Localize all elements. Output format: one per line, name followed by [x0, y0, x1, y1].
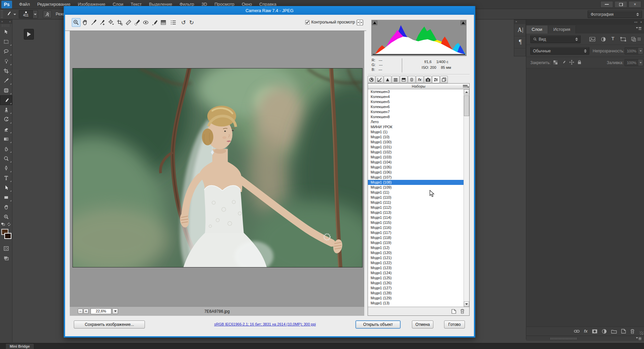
done-button[interactable]: Готово — [444, 320, 465, 329]
preset-item[interactable]: Модя1 (111) — [368, 200, 469, 205]
tab-effects[interactable]: fx — [416, 76, 424, 83]
preset-item[interactable]: Модя1 (108) — [368, 180, 469, 185]
tab-snapshots[interactable] — [440, 76, 448, 83]
targeted-adjustment-tool[interactable] — [107, 18, 115, 27]
layer-style-icon[interactable]: fx — [584, 329, 588, 334]
preset-item[interactable]: Модя1 (101) — [368, 145, 469, 150]
tab-camera-calibration[interactable] — [424, 76, 432, 83]
tab-hsl-grayscale[interactable] — [392, 76, 399, 83]
brush-size-preview[interactable]: 411 — [19, 10, 33, 18]
filter-smart-objects-icon[interactable] — [631, 37, 636, 42]
filter-type-layers-icon[interactable]: T — [611, 36, 614, 41]
adjustment-brush-tool[interactable] — [151, 18, 159, 27]
tool-zoom[interactable] — [0, 212, 12, 222]
tools-panel-grip[interactable] — [2, 24, 10, 27]
preset-item[interactable]: Колекшен3 — [368, 89, 469, 94]
lock-pixels-icon[interactable] — [561, 60, 566, 65]
preset-item[interactable]: Модя1 (116) — [368, 225, 469, 230]
preview-canvas[interactable] — [70, 31, 364, 306]
preset-item[interactable]: Модя1 (12) — [368, 245, 469, 250]
quick-mask-button[interactable] — [0, 244, 12, 253]
graduated-filter-tool[interactable] — [159, 18, 167, 27]
lock-all-icon[interactable] — [577, 60, 582, 65]
preset-item[interactable]: Модя1 (118) — [368, 235, 469, 240]
adjustment-layer-icon[interactable] — [602, 329, 607, 334]
preset-item[interactable]: Модя1 (121) — [368, 255, 469, 260]
preset-item[interactable]: Модя1 (128) — [368, 291, 469, 296]
panel-grip[interactable] — [550, 338, 577, 340]
minimize-button[interactable] — [600, 1, 613, 8]
default-colors-icon[interactable] — [1, 222, 5, 226]
opacity-value[interactable]: 100% — [625, 47, 639, 54]
preset-item[interactable]: Модя1 (11) — [368, 190, 469, 195]
filter-toggle-switch[interactable] — [637, 37, 641, 41]
menu-item[interactable]: Файл — [15, 0, 34, 9]
cancel-button[interactable]: Отмена — [412, 320, 433, 329]
tool-smudge[interactable] — [0, 144, 12, 154]
open-object-button[interactable]: Открыть объект — [356, 320, 400, 329]
tool-dodge[interactable] — [0, 154, 12, 163]
mini-bridge-tab[interactable]: Mini Bridge — [5, 343, 34, 349]
preset-item[interactable]: Лето — [368, 119, 469, 124]
preset-item[interactable]: Колекшен5 — [368, 99, 469, 104]
character-panel-button[interactable]: A — [514, 24, 526, 36]
background-color-swatch[interactable] — [4, 233, 11, 239]
preset-item[interactable]: Модя1 (119) — [368, 240, 469, 245]
tab-layers[interactable]: Слои — [526, 26, 548, 34]
preview-checkbox[interactable] — [305, 20, 310, 24]
panel-menu-icon[interactable] — [636, 27, 641, 31]
rotate-left-tool[interactable]: ↺ — [179, 18, 187, 27]
preset-item[interactable]: Модя1 (122) — [368, 260, 469, 265]
fill-dropdown[interactable] — [638, 59, 643, 66]
preset-item[interactable]: Модя1 (114) — [368, 215, 469, 220]
tab-presets[interactable] — [432, 76, 440, 83]
preset-item[interactable]: Модя1 (109) — [368, 185, 469, 190]
blend-mode-dropdown[interactable]: Обычные — [530, 47, 589, 55]
tool-eyedropper[interactable] — [0, 76, 12, 86]
tab-split-toning[interactable] — [400, 76, 408, 83]
tab-basic[interactable] — [368, 76, 375, 83]
tool-pen[interactable] — [0, 163, 12, 173]
brush-size-dropdown[interactable] — [33, 10, 38, 18]
preset-item[interactable]: Модя1 (117) — [368, 230, 469, 235]
preset-item[interactable]: Колекшен7 — [368, 109, 469, 114]
preset-item[interactable]: Колекшен8 — [368, 114, 469, 119]
paragraph-panel-button[interactable]: ¶ — [514, 36, 526, 48]
preset-item[interactable]: Модя1 (102) — [368, 150, 469, 155]
close-dock-icon[interactable]: × — [640, 20, 642, 24]
preset-item[interactable]: Модя1 (105) — [368, 165, 469, 170]
lock-transparency-icon[interactable] — [553, 60, 558, 65]
collapse-panel-icon[interactable]: » — [1, 20, 3, 23]
close-panel-icon[interactable]: × — [9, 20, 11, 23]
preset-item[interactable]: Модя1 (10) — [368, 135, 469, 140]
tool-path-selection[interactable] — [0, 183, 12, 193]
layer-mask-icon[interactable] — [592, 329, 597, 334]
tool-rectangle-shape[interactable] — [0, 193, 12, 202]
preset-item[interactable]: Модя1 (129) — [368, 296, 469, 301]
new-layer-icon[interactable] — [621, 329, 626, 334]
tool-brush[interactable] — [0, 95, 12, 105]
link-layers-icon[interactable] — [574, 329, 580, 333]
presets-menu-icon[interactable] — [463, 85, 468, 88]
preset-item[interactable]: Модя1 (115) — [368, 220, 469, 225]
save-image-button[interactable]: Сохранить изображение... — [74, 320, 145, 329]
tool-quick-selection[interactable] — [0, 56, 12, 66]
preset-item[interactable]: Модя1 (104) — [368, 160, 469, 165]
preset-item[interactable]: Модя1 (106) — [368, 170, 469, 175]
preset-item[interactable]: Модя1 (112) — [368, 205, 469, 210]
lock-position-icon[interactable] — [569, 60, 574, 65]
preferences-tool[interactable] — [169, 18, 177, 27]
scrollbar-thumb[interactable] — [464, 95, 469, 116]
dialog-title-bar[interactable]: Camera Raw 7.4 - JPEG — [65, 6, 474, 15]
tab-detail[interactable] — [384, 76, 391, 83]
tool-move[interactable] — [0, 27, 12, 37]
color-sampler-tool[interactable] — [98, 18, 106, 27]
highlight-clipping-warning[interactable] — [461, 20, 466, 25]
fill-value[interactable]: 100% — [625, 59, 639, 66]
tab-tone-curve[interactable] — [376, 76, 383, 83]
delete-preset-icon[interactable] — [460, 309, 465, 314]
tool-lasso[interactable] — [0, 47, 12, 56]
tool-eraser[interactable] — [0, 124, 12, 134]
straighten-tool[interactable] — [124, 18, 132, 27]
tool-type[interactable] — [0, 173, 12, 183]
